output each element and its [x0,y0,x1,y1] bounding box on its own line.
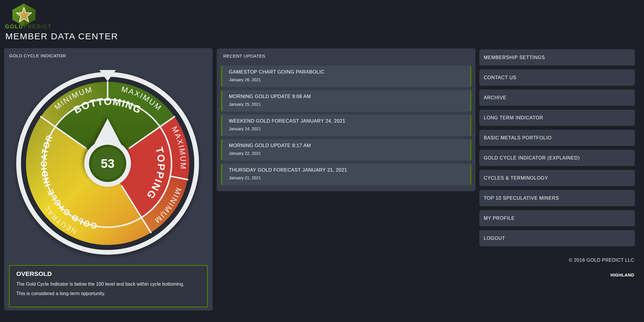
menu-item-logout[interactable]: LOGOUT [479,230,635,246]
update-list-item[interactable]: MORNING GOLD UPDATE 8:17 AM January 22, … [221,139,471,161]
update-title: GAMESTOP CHART GOING PARABOLIC [229,69,470,75]
status-line-2: This is considered a long-term opportuni… [16,291,200,296]
update-list-item[interactable]: GAMESTOP CHART GOING PARABOLIC January 2… [221,66,471,87]
copyright-text: © 2016 GOLD PREDICT LLC [569,258,634,263]
update-list-item[interactable]: THURSDAY GOLD FORECAST JANUARY 21, 2021 … [221,164,471,185]
status-line-1: The Gold Cycle Indicator is below the 10… [16,282,200,287]
page-title: MEMBER DATA CENTER [5,31,118,41]
menu-item-membership-settings[interactable]: MEMBERSHIP SETTINGS [479,49,635,66]
update-title: WEEKEND GOLD FORECAST JANUARY 24, 2021 [229,118,470,124]
update-list-item[interactable]: WEEKEND GOLD FORECAST JANUARY 24, 2021 J… [221,115,471,136]
menu-item-my-profile[interactable]: MY PROFILE [479,210,635,226]
update-date: January 22, 2021 [229,151,470,156]
gauge-panel-title: GOLD CYCLE INDICATOR [9,53,66,58]
update-date: January 24, 2021 [229,126,470,131]
update-date: January 26, 2021 [229,77,470,82]
brand-wordmark[interactable]: GOLDPREDICT [5,24,52,30]
update-list-item[interactable]: MORNING GOLD UPDATE 9:08 AM January 25, … [221,90,471,112]
menu-item-top-10-speculative-miners[interactable]: TOP 10 SPECULATIVE MINERS [479,190,635,206]
brand-gold: GOLD [5,24,23,30]
menu-item-long-term-indicator[interactable]: LONG TERM INDICATOR [479,110,635,126]
menu-item-cycles-terminology[interactable]: CYCLES & TERMINOLOGY [479,170,635,186]
status-title: OVERSOLD [16,270,200,277]
menu-item-contact-us[interactable]: CONTACT US [479,69,635,86]
brand-predict: PREDICT [23,24,52,30]
gold-cycle-indicator-panel: GOLD CYCLE INDICATOR [4,48,213,310]
recent-updates-panel: RECENT UPDATES GAMESTOP CHART GOING PARA… [217,48,475,191]
update-title: MORNING GOLD UPDATE 8:17 AM [229,143,470,148]
gauge-value: 53 [101,157,115,170]
gold-cycle-gauge: MINIMUM MAXIMUM MAXIMUM MINIMUM NEUTRAL … [4,48,213,258]
menu-item-archive[interactable]: ARCHIVE [479,90,635,106]
update-date: January 21, 2021 [229,175,470,180]
updates-panel-title: RECENT UPDATES [223,53,265,58]
member-menu: MEMBERSHIP SETTINGS CONTACT US ARCHIVE L… [479,49,635,250]
menu-item-basic-metals-portfolio[interactable]: BASIC METALS PORTFOLIO [479,130,635,146]
update-title: MORNING GOLD UPDATE 9:08 AM [229,94,470,99]
menu-item-gold-cycle-indicator-explained[interactable]: GOLD CYCLE INDICATOR (EXPLAINED) [479,150,635,166]
update-date: January 25, 2021 [229,102,470,107]
footer: © 2016 GOLD PREDICT LLC HIGHLAND [569,258,634,277]
updates-list: GAMESTOP CHART GOING PARABOLIC January 2… [221,66,471,188]
gauge-status-box: OVERSOLD The Gold Cycle Indicator is bel… [9,265,208,308]
update-title: THURSDAY GOLD FORECAST JANUARY 21, 2021 [229,167,470,173]
signature-text: HIGHLAND [569,273,634,277]
